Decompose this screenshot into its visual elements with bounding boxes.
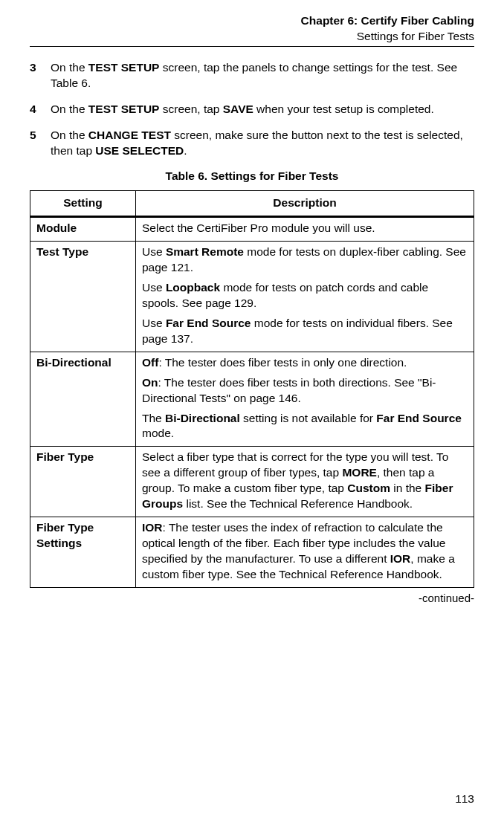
step-number: 4 xyxy=(30,102,51,117)
step-number: 3 xyxy=(30,60,51,91)
page-number: 113 xyxy=(455,792,474,807)
desc-paragraph: Use Far End Source mode for tests on ind… xyxy=(142,316,468,347)
table-row: Fiber TypeSelect a fiber type that is co… xyxy=(30,447,474,517)
desc-paragraph: Use Smart Remote mode for tests on duple… xyxy=(142,245,468,276)
setting-name-cell: Test Type xyxy=(30,242,136,352)
setting-name-cell: Fiber Type Settings xyxy=(30,517,136,588)
table-row: ModuleSelect the CertiFiber Pro module y… xyxy=(30,217,474,242)
steps-list: 3On the TEST SETUP screen, tap the panel… xyxy=(30,60,474,159)
desc-paragraph: Select the CertiFiber Pro module you wil… xyxy=(142,221,468,236)
desc-paragraph: Select a fiber type that is correct for … xyxy=(142,450,468,512)
desc-paragraph: Off: The tester does fiber tests in only… xyxy=(142,355,468,371)
col-description-header: Description xyxy=(136,191,474,217)
settings-table: Setting Description ModuleSelect the Cer… xyxy=(30,190,474,587)
desc-paragraph: Use Loopback mode for tests on patch cor… xyxy=(142,280,468,311)
table-caption: Table 6. Settings for Fiber Tests xyxy=(30,169,474,184)
setting-desc-cell: Select the CertiFiber Pro module you wil… xyxy=(136,217,474,242)
step-number: 5 xyxy=(30,128,51,159)
setting-name-cell: Fiber Type xyxy=(30,447,136,517)
step: 4On the TEST SETUP screen, tap SAVE when… xyxy=(30,102,474,117)
step-text: On the TEST SETUP screen, tap the panels… xyxy=(51,60,474,91)
step-text: On the CHANGE TEST screen, make sure the… xyxy=(51,128,474,159)
table-body: ModuleSelect the CertiFiber Pro module y… xyxy=(30,217,474,587)
desc-paragraph: On: The tester does fiber tests in both … xyxy=(142,375,468,407)
step: 5On the CHANGE TEST screen, make sure th… xyxy=(30,128,474,159)
setting-name-cell: Module xyxy=(30,217,136,242)
desc-paragraph: The Bi-Directional setting is not availa… xyxy=(142,411,468,442)
desc-paragraph: IOR: The tester uses the index of refrac… xyxy=(142,520,468,583)
table-row: Fiber Type SettingsIOR: The tester uses … xyxy=(30,517,474,588)
table-row: Test TypeUse Smart Remote mode for tests… xyxy=(30,242,474,352)
setting-desc-cell: Use Smart Remote mode for tests on duple… xyxy=(136,242,474,352)
chapter-title: Chapter 6: Certify Fiber Cabling xyxy=(30,13,474,29)
setting-name-cell: Bi-Directional xyxy=(30,352,136,447)
col-setting-header: Setting xyxy=(30,191,136,217)
continued-label: -continued- xyxy=(30,591,474,606)
page-header: Chapter 6: Certify Fiber Cabling Setting… xyxy=(30,0,474,47)
step-text: On the TEST SETUP screen, tap SAVE when … xyxy=(51,102,474,117)
section-title: Settings for Fiber Tests xyxy=(30,29,474,45)
setting-desc-cell: Off: The tester does fiber tests in only… xyxy=(136,352,474,447)
setting-desc-cell: IOR: The tester uses the index of refrac… xyxy=(136,517,474,588)
table-row: Bi-DirectionalOff: The tester does fiber… xyxy=(30,352,474,447)
setting-desc-cell: Select a fiber type that is correct for … xyxy=(136,447,474,517)
step: 3On the TEST SETUP screen, tap the panel… xyxy=(30,60,474,91)
